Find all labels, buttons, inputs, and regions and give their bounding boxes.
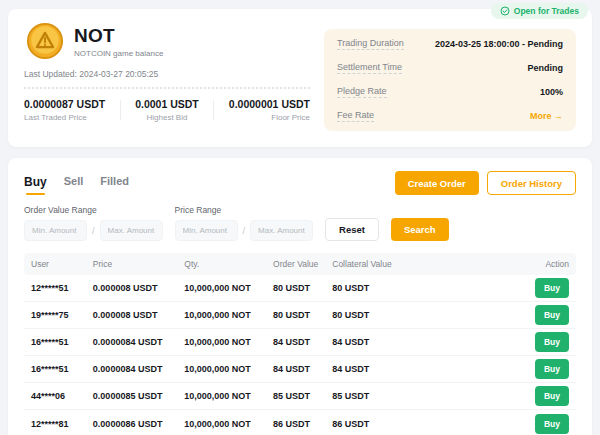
search-button[interactable]: Search <box>391 218 449 241</box>
row-order-value: 80 USDT <box>273 310 332 320</box>
buy-button[interactable]: Buy <box>535 305 569 325</box>
table-row: 12*****51 0.000008 USDT 10,000,000 NOT 8… <box>24 275 576 302</box>
filters-row: Order Value Range / Price Range / Reset … <box>24 205 576 241</box>
row-price: 0.0000086 USDT <box>93 419 184 429</box>
row-order-value: 86 USDT <box>273 419 332 429</box>
row-price: 0.0000084 USDT <box>93 337 184 347</box>
range-separator: / <box>92 226 95 236</box>
row-order-value: 84 USDT <box>273 364 332 374</box>
row-collateral-value: 86 USDT <box>332 419 472 429</box>
open-for-trades-badge: Open for Trades <box>491 3 588 19</box>
range-separator: / <box>243 226 246 236</box>
stat-floor-price: 0.0000001 USDT Floor Price <box>229 98 310 122</box>
buy-button[interactable]: Buy <box>535 414 569 434</box>
order-value-max-input[interactable] <box>100 220 163 241</box>
detail-trading-duration: Trading Duration 2024-03-25 18:00:00 - P… <box>337 32 563 56</box>
row-qty: 10,000,000 NOT <box>184 419 273 429</box>
row-user: 44****06 <box>31 391 93 401</box>
stat-last-traded-price: 0.0000087 USDT Last Traded Price <box>24 98 105 122</box>
last-updated: Last Updated: 2024-03-27 20:05:25 <box>24 69 310 79</box>
table-row: 16*****51 0.0000084 USDT 10,000,000 NOT … <box>24 356 576 383</box>
order-value-range-group: Order Value Range / <box>24 205 163 241</box>
price-max-input[interactable] <box>250 220 313 241</box>
row-user: 19*****75 <box>31 310 93 320</box>
row-price: 0.000008 USDT <box>93 283 184 293</box>
tab-buy[interactable]: Buy <box>24 175 47 195</box>
table-row: 19*****75 0.000008 USDT 10,000,000 NOT 8… <box>24 302 576 329</box>
order-value-min-input[interactable] <box>24 220 87 241</box>
table-header: User Price Qty. Order Value Collateral V… <box>24 253 576 275</box>
tabs-row: Buy Sell Filled Create Order Order Histo… <box>24 171 576 195</box>
page: Open for Trades NOT NOTCOIN gam <box>0 0 600 435</box>
orders-table: User Price Qty. Order Value Collateral V… <box>24 253 576 435</box>
dotted-divider <box>24 87 310 89</box>
price-min-input[interactable] <box>175 220 238 241</box>
create-order-button[interactable]: Create Order <box>395 171 479 195</box>
notcoin-logo-icon <box>26 22 64 60</box>
row-qty: 10,000,000 NOT <box>184 364 273 374</box>
row-user: 12*****51 <box>31 283 93 293</box>
reset-button[interactable]: Reset <box>325 218 379 241</box>
buy-button[interactable]: Buy <box>535 386 569 406</box>
order-actions: Create Order Order History <box>395 171 576 195</box>
tabs: Buy Sell Filled <box>24 171 129 195</box>
row-collateral-value: 80 USDT <box>332 310 472 320</box>
table-rows: 12*****51 0.000008 USDT 10,000,000 NOT 8… <box>24 275 576 435</box>
order-book-card: Buy Sell Filled Create Order Order Histo… <box>8 158 592 435</box>
coin-symbol: NOT <box>74 25 163 47</box>
table-row: 44****06 0.0000085 USDT 10,000,000 NOT 8… <box>24 383 576 410</box>
row-order-value: 80 USDT <box>273 283 332 293</box>
row-collateral-value: 85 USDT <box>332 391 472 401</box>
tab-filled[interactable]: Filled <box>100 175 129 195</box>
order-history-button[interactable]: Order History <box>487 171 576 195</box>
row-qty: 10,000,000 NOT <box>184 337 273 347</box>
fee-rate-more-link[interactable]: More → <box>530 111 563 121</box>
row-price: 0.0000085 USDT <box>93 391 184 401</box>
row-order-value: 84 USDT <box>273 337 332 347</box>
check-circle-icon <box>500 6 510 16</box>
row-collateral-value: 84 USDT <box>332 364 472 374</box>
row-price: 0.000008 USDT <box>93 310 184 320</box>
row-order-value: 85 USDT <box>273 391 332 401</box>
row-user: 16*****51 <box>31 364 93 374</box>
price-stats: 0.0000087 USDT Last Traded Price 0.0001 … <box>24 98 310 122</box>
table-row: 12*****81 0.0000086 USDT 10,000,000 NOT … <box>24 410 576 435</box>
buy-button[interactable]: Buy <box>535 359 569 379</box>
badge-label: Open for Trades <box>514 6 579 16</box>
buy-button[interactable]: Buy <box>535 332 569 352</box>
stat-highest-bid: 0.0001 USDT Highest Bid <box>135 98 199 122</box>
trade-details-panel: Trading Duration 2024-03-25 18:00:00 - P… <box>324 29 576 131</box>
detail-fee-rate: Fee Rate More → <box>337 104 563 128</box>
row-qty: 10,000,000 NOT <box>184 310 273 320</box>
market-summary-card: NOT NOTCOIN game balance Last Updated: 2… <box>8 9 592 147</box>
price-range-group: Price Range / <box>175 205 314 241</box>
row-price: 0.0000084 USDT <box>93 364 184 374</box>
tab-sell[interactable]: Sell <box>64 175 84 195</box>
stat-divider <box>213 100 214 120</box>
detail-settlement-time: Settlement Time Pending <box>337 56 563 80</box>
row-collateral-value: 80 USDT <box>332 283 472 293</box>
stat-divider <box>120 100 121 120</box>
detail-pledge-rate: Pledge Rate 100% <box>337 80 563 104</box>
row-user: 12*****81 <box>31 419 93 429</box>
coin-description: NOTCOIN game balance <box>74 49 163 58</box>
row-qty: 10,000,000 NOT <box>184 283 273 293</box>
coin-summary: NOT NOTCOIN game balance Last Updated: 2… <box>24 22 310 134</box>
row-user: 16*****51 <box>31 337 93 347</box>
table-row: 16*****51 0.0000084 USDT 10,000,000 NOT … <box>24 329 576 356</box>
row-qty: 10,000,000 NOT <box>184 391 273 401</box>
buy-button[interactable]: Buy <box>535 278 569 298</box>
row-collateral-value: 84 USDT <box>332 337 472 347</box>
